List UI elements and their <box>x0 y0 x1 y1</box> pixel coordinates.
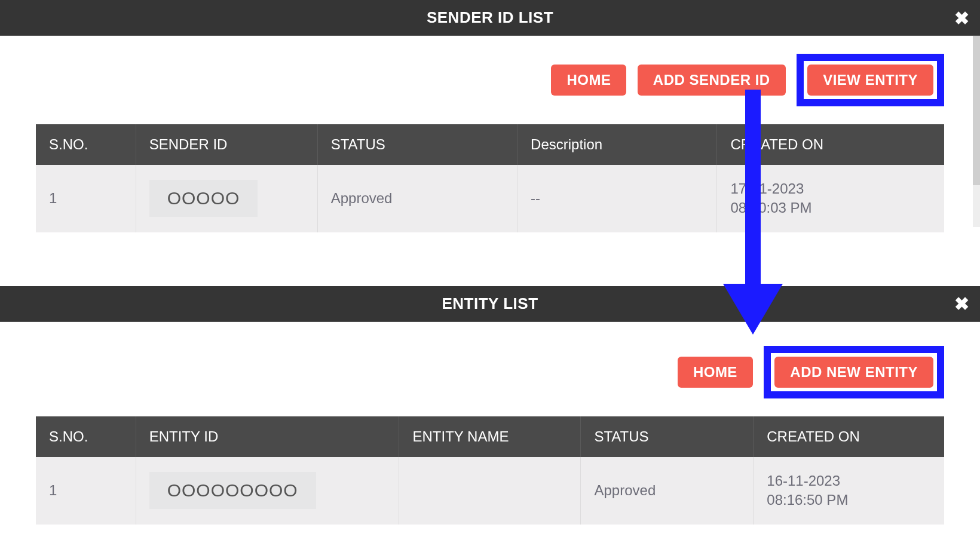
col-sno: S.NO. <box>36 416 136 457</box>
cell-entity-id: OOOOOOOOO <box>136 457 399 525</box>
close-icon[interactable]: ✖ <box>954 293 970 314</box>
sender-list-title: SENDER ID LIST <box>427 8 553 26</box>
created-time: 08:00:03 PM <box>730 198 931 217</box>
add-entity-highlight: ADD NEW ENTITY <box>764 346 944 398</box>
entity-list-title: ENTITY LIST <box>442 295 538 312</box>
table-row: 1 OOOOO Approved -- 17-11-2023 08:00:03 … <box>36 165 944 232</box>
home-button[interactable]: HOME <box>551 65 626 96</box>
entity-list-body: HOME ADD NEW ENTITY S.NO. ENTITY ID ENTI… <box>0 322 980 542</box>
cell-created-on: 17-11-2023 08:00:03 PM <box>717 165 944 232</box>
created-date: 16-11-2023 <box>767 471 931 490</box>
cell-entity-name <box>399 457 581 525</box>
table-header-row: S.NO. ENTITY ID ENTITY NAME STATUS CREAT… <box>36 416 944 457</box>
col-sno: S.NO. <box>36 124 136 165</box>
cell-sno: 1 <box>36 165 136 232</box>
cell-sender-id: OOOOO <box>136 165 317 232</box>
view-entity-highlight: VIEW ENTITY <box>797 54 944 106</box>
home-button[interactable]: HOME <box>678 357 753 388</box>
cell-status: Approved <box>317 165 517 232</box>
col-status: STATUS <box>317 124 517 165</box>
col-entity-id: ENTITY ID <box>136 416 399 457</box>
cell-created-on: 16-11-2023 08:16:50 PM <box>754 457 944 525</box>
entity-buttons-row: HOME ADD NEW ENTITY <box>36 346 944 416</box>
cell-status: Approved <box>581 457 754 525</box>
entity-id-pill: OOOOOOOOO <box>149 472 316 509</box>
table-header-row: S.NO. SENDER ID STATUS Description CREAT… <box>36 124 944 165</box>
add-sender-id-button[interactable]: ADD SENDER ID <box>638 65 786 96</box>
sender-list-header: SENDER ID LIST ✖ <box>0 0 980 36</box>
close-icon[interactable]: ✖ <box>954 7 970 28</box>
add-new-entity-button[interactable]: ADD NEW ENTITY <box>774 357 933 388</box>
sender-list-body: HOME ADD SENDER ID VIEW ENTITY S.NO. SEN… <box>0 36 980 250</box>
entity-table: S.NO. ENTITY ID ENTITY NAME STATUS CREAT… <box>36 416 944 525</box>
entity-list-header: ENTITY LIST ✖ <box>0 286 980 322</box>
col-description: Description <box>517 124 717 165</box>
col-entity-name: ENTITY NAME <box>399 416 581 457</box>
table-row: 1 OOOOOOOOO Approved 16-11-2023 08:16:50… <box>36 457 944 525</box>
col-created-on: CREATED ON <box>754 416 944 457</box>
view-entity-button[interactable]: VIEW ENTITY <box>807 65 933 96</box>
col-sender-id: SENDER ID <box>136 124 317 165</box>
sender-id-pill: OOOOO <box>149 180 258 217</box>
sender-id-table: S.NO. SENDER ID STATUS Description CREAT… <box>36 124 944 232</box>
cell-sno: 1 <box>36 457 136 525</box>
created-time: 08:16:50 PM <box>767 490 931 510</box>
cell-description: -- <box>517 165 717 232</box>
scrollbar-thumb[interactable] <box>973 36 980 185</box>
sender-buttons-row: HOME ADD SENDER ID VIEW ENTITY <box>36 54 944 124</box>
col-created-on: CREATED ON <box>717 124 944 165</box>
created-date: 17-11-2023 <box>730 179 931 198</box>
col-status: STATUS <box>581 416 754 457</box>
